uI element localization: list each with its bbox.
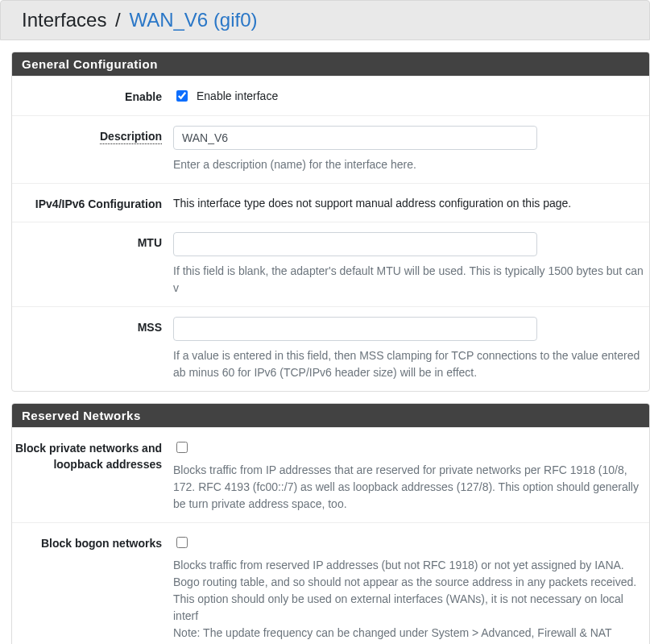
checkbox-enable-label: Enable interface [197,89,278,102]
checkbox-block-private[interactable] [176,442,188,453]
row-ipconfig: IPv4/IPv6 Configuration This interface t… [12,183,649,222]
panel-general: General Configuration Enable Enable inte… [11,52,650,392]
help-block-bogon: Blocks traffic from reserved IP addresse… [173,557,649,644]
help-description: Enter a description (name) for the inter… [173,156,649,173]
panel-reserved-heading: Reserved Networks [12,404,649,427]
label-mss: MSS [12,317,173,336]
panel-reserved: Reserved Networks Block private networks… [11,403,650,644]
breadcrumb: Interfaces / WAN_V6 (gif0) [0,0,650,40]
breadcrumb-current[interactable]: WAN_V6 (gif0) [129,9,257,31]
row-enable: Enable Enable interface [12,76,649,115]
row-description: Description Enter a description (name) f… [12,115,649,183]
label-ipconfig: IPv4/IPv6 Configuration [12,193,173,213]
checkbox-enable[interactable] [176,90,188,102]
input-description[interactable] [173,126,537,150]
panel-general-heading: General Configuration [12,52,649,76]
label-enable: Enable [12,86,173,106]
help-mtu: If this field is blank, the adapter's de… [173,263,649,297]
label-description: Description [12,126,173,145]
row-block-bogon: Block bogon networks Blocks traffic from… [12,522,649,644]
row-mss: MSS If a value is entered in this field,… [12,306,649,391]
checkbox-block-bogon[interactable] [176,537,188,548]
input-mtu[interactable] [173,232,537,256]
label-block-bogon: Block bogon networks [12,533,173,552]
row-block-private: Block private networks and loopback addr… [12,427,649,522]
label-block-private: Block private networks and loopback addr… [12,438,173,472]
text-ipconfig: This interface type does not support man… [173,193,649,210]
input-mss[interactable] [173,317,537,341]
help-mss: If a value is entered in this field, the… [173,347,649,381]
row-mtu: MTU If this field is blank, the adapter'… [12,222,649,306]
breadcrumb-root: Interfaces [22,9,106,31]
help-block-private: Blocks traffic from IP addresses that ar… [173,462,649,513]
breadcrumb-separator: / [115,9,121,31]
label-mtu: MTU [12,232,173,251]
